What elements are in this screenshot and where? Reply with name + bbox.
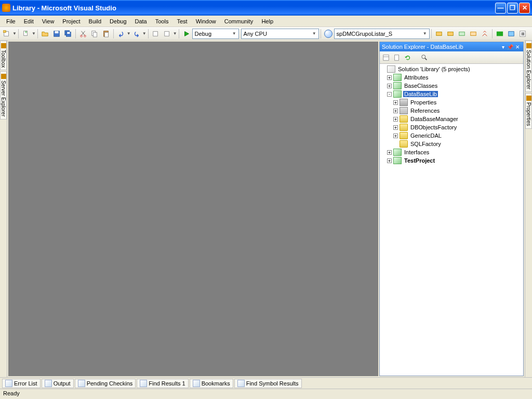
bottom-tab-pending-checkins[interactable]: Pending Checkins [75, 379, 136, 388]
view-code-icon[interactable] [420, 53, 429, 62]
nav-back-button[interactable] [151, 29, 161, 39]
minimize-button[interactable]: — [495, 3, 506, 14]
panel-close-icon[interactable]: ✕ [514, 44, 521, 50]
tree-item[interactable]: +References [381, 107, 522, 115]
menu-tools[interactable]: Tools [151, 17, 173, 25]
find-combo[interactable]: spDMCGrupoListar_S▼ [334, 29, 430, 39]
fold-icon [400, 132, 408, 139]
menu-help[interactable]: Help [257, 17, 277, 25]
menu-community[interactable]: Community [220, 17, 258, 25]
tree-item[interactable]: SQLFactory [381, 140, 522, 148]
svg-text:+: + [24, 30, 27, 35]
menu-view[interactable]: View [38, 17, 59, 25]
bottom-tab-bookmarks[interactable]: Bookmarks [190, 379, 233, 388]
save-all-button[interactable] [63, 29, 73, 39]
tree-item[interactable]: +Attributes [381, 73, 522, 82]
start-debug-button[interactable] [181, 29, 192, 39]
menu-window[interactable]: Window [192, 17, 220, 25]
svg-point-28 [422, 55, 425, 58]
status-bar: Ready [0, 389, 532, 399]
maximize-button[interactable]: ❐ [507, 3, 518, 14]
show-all-icon[interactable] [392, 53, 402, 62]
svg-rect-20 [470, 32, 476, 35]
save-button[interactable] [51, 29, 62, 39]
prop-icon [400, 99, 408, 106]
tree-item[interactable]: +DBObjectsFactory [381, 123, 522, 131]
ext-btn-4[interactable] [468, 29, 478, 39]
expander-icon[interactable]: + [393, 134, 398, 138]
ext-btn-6[interactable] [495, 29, 505, 39]
ext-btn-5[interactable] [480, 29, 490, 39]
ext-btn-1[interactable] [434, 29, 444, 39]
menu-data[interactable]: Data [131, 17, 151, 25]
expander-icon[interactable]: + [387, 150, 392, 155]
expander-icon[interactable]: + [393, 100, 398, 105]
left-tab-toolbox[interactable]: Toolbox [0, 41, 7, 70]
ext-btn-8[interactable]: ⊞ [517, 29, 528, 39]
tree-item[interactable]: +GenericDAL [381, 131, 522, 140]
tree-item[interactable]: -DataBaseLib [381, 90, 522, 98]
bottom-tab-output[interactable]: Output [42, 379, 74, 388]
svg-rect-22 [508, 31, 514, 36]
expander-icon[interactable]: + [393, 109, 398, 113]
copy-button[interactable] [89, 29, 100, 39]
expander-icon[interactable]: + [387, 84, 392, 88]
refresh-icon[interactable] [403, 53, 413, 62]
tree-item[interactable]: +DataBaseManager [381, 115, 522, 123]
properties-icon[interactable] [381, 53, 391, 62]
solution-explorer-title[interactable]: Solution Explorer - DataBaseLib ▾ 📌 ✕ [380, 42, 523, 51]
menu-build[interactable]: Build [85, 17, 105, 25]
nav-fwd-button[interactable] [162, 29, 172, 39]
solution-tree[interactable]: Solution 'Library' (5 projects)+Attribut… [380, 64, 523, 376]
tree-item[interactable]: Solution 'Library' (5 projects) [381, 65, 522, 73]
menu-test[interactable]: Test [172, 17, 191, 25]
tree-label: Interfaces [403, 149, 430, 155]
expander-icon[interactable]: + [387, 158, 392, 163]
tree-label: BaseClasses [403, 83, 438, 89]
expander-icon[interactable]: + [393, 117, 398, 122]
expander-icon[interactable]: + [393, 125, 398, 130]
config-combo[interactable]: Debug▼ [192, 29, 239, 39]
right-tab-properties[interactable]: Properties [525, 93, 532, 129]
menu-debug[interactable]: Debug [105, 17, 130, 25]
ext-btn-2[interactable] [445, 29, 456, 39]
expander-icon[interactable]: + [387, 75, 392, 80]
undo-button[interactable] [116, 29, 126, 39]
tree-item[interactable]: +TestProject [381, 156, 522, 165]
open-button[interactable] [40, 29, 50, 39]
panel-pin-icon[interactable]: 📌 [507, 44, 514, 50]
close-button[interactable]: ✕ [519, 3, 530, 14]
tree-item[interactable]: +Properties [381, 98, 522, 107]
menu-file[interactable]: File [2, 17, 20, 25]
tree-item[interactable]: +BaseClasses [381, 82, 522, 90]
svg-rect-21 [496, 31, 502, 36]
main-area: ToolboxServer Explorer Solution Explorer… [0, 41, 532, 377]
bottom-tab-find-symbol-results[interactable]: Find Symbol Results [234, 379, 302, 388]
cut-button[interactable] [78, 29, 88, 39]
bottom-tab-error-list[interactable]: Error List [2, 379, 41, 388]
expander-icon[interactable]: - [387, 92, 392, 97]
redo-button[interactable] [131, 29, 142, 39]
solution-explorer-toolbar [380, 51, 523, 64]
svg-rect-14 [104, 32, 108, 37]
platform-combo[interactable]: Any CPU▼ [241, 29, 319, 39]
new-project-button[interactable] [2, 29, 12, 39]
ext-btn-7[interactable] [506, 29, 516, 39]
app-icon [2, 4, 10, 12]
prj-icon [393, 149, 402, 156]
prj-icon [393, 157, 402, 164]
menu-edit[interactable]: Edit [20, 17, 38, 25]
ext-btn-3[interactable] [457, 29, 467, 39]
left-tab-server-explorer[interactable]: Server Explorer [0, 71, 7, 119]
bottom-tab-find-results-1[interactable]: Find Results 1 [137, 379, 188, 388]
find-icon [323, 29, 334, 39]
left-tab-strip: ToolboxServer Explorer [0, 41, 7, 377]
right-tab-solution-explorer[interactable]: Solution Explorer [525, 41, 532, 92]
right-tab-strip: Solution ExplorerProperties [525, 41, 532, 377]
menu-project[interactable]: Project [58, 17, 84, 25]
svg-rect-17 [436, 32, 442, 35]
tree-item[interactable]: +Interfaces [381, 148, 522, 156]
panel-dropdown-icon[interactable]: ▾ [499, 44, 507, 50]
add-item-button[interactable]: + [21, 29, 31, 39]
paste-button[interactable] [101, 29, 111, 39]
